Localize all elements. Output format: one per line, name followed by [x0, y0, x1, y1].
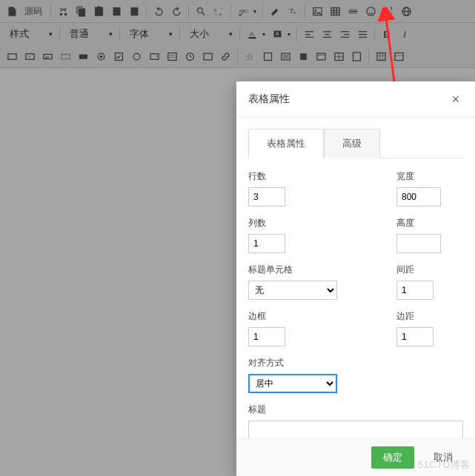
header-cell-label: 标题单元格 — [248, 264, 374, 276]
align-select[interactable]: 居中 — [248, 374, 337, 393]
dialog-title: 表格属性 — [248, 93, 290, 106]
close-button[interactable]: × — [448, 92, 463, 107]
caption-input[interactable] — [248, 420, 463, 438]
dialog-footer: 确定 取消 — [236, 438, 475, 476]
ok-button[interactable]: 确定 — [371, 446, 414, 469]
header-cell-select[interactable]: 无 — [248, 281, 337, 300]
cell-padding-input[interactable] — [396, 327, 434, 346]
cell-spacing-label: 间距 — [396, 264, 463, 276]
cell-spacing-input[interactable] — [396, 281, 434, 300]
border-input[interactable] — [248, 327, 285, 346]
rows-label: 行数 — [248, 170, 374, 183]
cancel-button[interactable]: 取消 — [422, 446, 465, 469]
height-label: 高度 — [396, 217, 463, 229]
tab-advanced[interactable]: 高级 — [324, 129, 380, 158]
cols-input[interactable] — [248, 234, 285, 253]
rows-input[interactable] — [248, 187, 285, 207]
align-label: 对齐方式 — [248, 357, 463, 369]
cell-padding-label: 边距 — [396, 310, 463, 323]
dialog-tabs: 表格属性 高级 — [236, 118, 475, 158]
dialog-body: 行数 宽度 列数 高度 标题单元格 无 — [236, 158, 475, 438]
border-label: 边框 — [248, 310, 374, 323]
table-properties-dialog: 表格属性 × 表格属性 高级 行数 宽度 列数 高度 — [236, 81, 475, 476]
dialog-header: 表格属性 × — [236, 81, 475, 118]
width-label: 宽度 — [396, 170, 463, 183]
caption-label: 标题 — [248, 403, 463, 416]
cols-label: 列数 — [248, 217, 374, 229]
height-input[interactable] — [396, 234, 441, 253]
tab-properties[interactable]: 表格属性 — [248, 129, 324, 158]
width-input[interactable] — [396, 187, 441, 207]
